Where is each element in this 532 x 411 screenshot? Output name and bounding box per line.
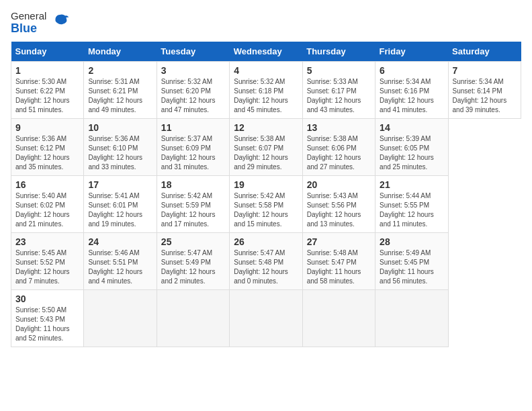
calendar-cell: 2 Sunrise: 5:31 AMSunset: 6:21 PMDayligh… [84, 62, 157, 119]
day-number: 7 [453, 65, 517, 76]
day-info: Sunrise: 5:32 AMSunset: 6:20 PMDaylight:… [161, 77, 225, 115]
calendar-cell: 18 Sunrise: 5:42 AMSunset: 5:59 PMDaylig… [157, 176, 229, 233]
day-info: Sunrise: 5:40 AMSunset: 6:02 PMDaylight:… [15, 191, 79, 229]
day-number: 20 [307, 179, 371, 190]
calendar-cell: 23 Sunrise: 5:45 AMSunset: 5:52 PMDaylig… [11, 233, 84, 290]
week-row-2: 16 Sunrise: 5:40 AMSunset: 6:02 PMDaylig… [11, 176, 521, 233]
calendar-cell: 26 Sunrise: 5:47 AMSunset: 5:48 PMDaylig… [230, 233, 302, 290]
day-info: Sunrise: 5:37 AMSunset: 6:09 PMDaylight:… [161, 134, 225, 172]
calendar-cell: 10 Sunrise: 5:36 AMSunset: 6:10 PMDaylig… [84, 119, 157, 176]
day-number: 17 [88, 179, 152, 190]
calendar-cell: 5 Sunrise: 5:33 AMSunset: 6:17 PMDayligh… [302, 62, 375, 119]
day-info: Sunrise: 5:47 AMSunset: 5:49 PMDaylight:… [161, 248, 225, 286]
calendar-cell: 28 Sunrise: 5:49 AMSunset: 5:45 PMDaylig… [375, 233, 448, 290]
day-info: Sunrise: 5:39 AMSunset: 6:05 PMDaylight:… [380, 134, 443, 172]
day-info: Sunrise: 5:42 AMSunset: 5:59 PMDaylight:… [161, 191, 225, 229]
week-row-4: 30 Sunrise: 5:50 AMSunset: 5:43 PMDaylig… [11, 290, 521, 347]
week-row-3: 23 Sunrise: 5:45 AMSunset: 5:52 PMDaylig… [11, 233, 521, 290]
day-info: Sunrise: 5:36 AMSunset: 6:10 PMDaylight:… [88, 134, 152, 172]
calendar-cell: 12 Sunrise: 5:38 AMSunset: 6:07 PMDaylig… [230, 119, 302, 176]
day-number: 19 [234, 179, 298, 190]
header-row: SundayMondayTuesdayWednesdayThursdayFrid… [11, 42, 521, 62]
calendar-cell: 25 Sunrise: 5:47 AMSunset: 5:49 PMDaylig… [157, 233, 229, 290]
day-info: Sunrise: 5:38 AMSunset: 6:07 PMDaylight:… [234, 134, 298, 172]
day-number: 3 [161, 65, 225, 76]
calendar-cell: 7 Sunrise: 5:34 AMSunset: 6:14 PMDayligh… [448, 62, 521, 119]
logo-general: General [11, 11, 46, 22]
week-row-1: 9 Sunrise: 5:36 AMSunset: 6:12 PMDayligh… [11, 119, 521, 176]
calendar-cell: 19 Sunrise: 5:42 AMSunset: 5:58 PMDaylig… [230, 176, 302, 233]
logo-blue: Blue [11, 22, 37, 36]
header-tuesday: Tuesday [157, 42, 229, 62]
day-info: Sunrise: 5:49 AMSunset: 5:45 PMDaylight:… [380, 248, 443, 286]
calendar-cell: 11 Sunrise: 5:37 AMSunset: 6:09 PMDaylig… [157, 119, 229, 176]
calendar-cell: 13 Sunrise: 5:38 AMSunset: 6:06 PMDaylig… [302, 119, 375, 176]
calendar-cell: 27 Sunrise: 5:48 AMSunset: 5:47 PMDaylig… [302, 233, 375, 290]
day-info: Sunrise: 5:43 AMSunset: 5:56 PMDaylight:… [307, 191, 371, 229]
day-info: Sunrise: 5:47 AMSunset: 5:48 PMDaylight:… [234, 248, 298, 286]
day-info: Sunrise: 5:30 AMSunset: 6:22 PMDaylight:… [15, 77, 79, 115]
header-wednesday: Wednesday [230, 42, 302, 62]
day-info: Sunrise: 5:34 AMSunset: 6:16 PMDaylight:… [380, 77, 443, 115]
day-number: 24 [88, 236, 152, 247]
day-number: 1 [15, 65, 79, 76]
calendar-cell [84, 290, 157, 347]
header-friday: Friday [375, 42, 448, 62]
day-number: 2 [88, 65, 152, 76]
logo: General Blue [11, 11, 69, 35]
calendar-cell [302, 290, 375, 347]
day-info: Sunrise: 5:36 AMSunset: 6:12 PMDaylight:… [15, 134, 79, 172]
calendar-cell: 14 Sunrise: 5:39 AMSunset: 6:05 PMDaylig… [375, 119, 448, 176]
day-number: 6 [380, 65, 443, 76]
day-info: Sunrise: 5:42 AMSunset: 5:58 PMDaylight:… [234, 191, 298, 229]
header-monday: Monday [84, 42, 157, 62]
day-number: 9 [15, 122, 79, 133]
day-number: 5 [307, 65, 371, 76]
day-info: Sunrise: 5:33 AMSunset: 6:17 PMDaylight:… [307, 77, 371, 115]
day-info: Sunrise: 5:41 AMSunset: 6:01 PMDaylight:… [88, 191, 152, 229]
calendar-cell: 17 Sunrise: 5:41 AMSunset: 6:01 PMDaylig… [84, 176, 157, 233]
calendar-cell [375, 290, 448, 347]
day-number: 28 [380, 236, 443, 247]
header-thursday: Thursday [302, 42, 375, 62]
calendar-cell [230, 290, 302, 347]
day-info: Sunrise: 5:46 AMSunset: 5:51 PMDaylight:… [88, 248, 152, 286]
calendar-cell: 20 Sunrise: 5:43 AMSunset: 5:56 PMDaylig… [302, 176, 375, 233]
day-info: Sunrise: 5:48 AMSunset: 5:47 PMDaylight:… [307, 248, 371, 286]
day-info: Sunrise: 5:38 AMSunset: 6:06 PMDaylight:… [307, 134, 371, 172]
header-sunday: Sunday [11, 42, 84, 62]
day-number: 13 [307, 122, 371, 133]
logo-bird-icon [50, 12, 69, 34]
header-saturday: Saturday [448, 42, 521, 62]
day-info: Sunrise: 5:31 AMSunset: 6:21 PMDaylight:… [88, 77, 152, 115]
day-number: 18 [161, 179, 225, 190]
calendar-cell: 16 Sunrise: 5:40 AMSunset: 6:02 PMDaylig… [11, 176, 84, 233]
day-number: 14 [380, 122, 443, 133]
day-number: 26 [234, 236, 298, 247]
day-info: Sunrise: 5:32 AMSunset: 6:18 PMDaylight:… [234, 77, 298, 115]
day-number: 27 [307, 236, 371, 247]
calendar-cell: 4 Sunrise: 5:32 AMSunset: 6:18 PMDayligh… [230, 62, 302, 119]
calendar-cell: 1 Sunrise: 5:30 AMSunset: 6:22 PMDayligh… [11, 62, 84, 119]
calendar-cell: 3 Sunrise: 5:32 AMSunset: 6:20 PMDayligh… [157, 62, 229, 119]
calendar-cell: 21 Sunrise: 5:44 AMSunset: 5:55 PMDaylig… [375, 176, 448, 233]
calendar-cell: 24 Sunrise: 5:46 AMSunset: 5:51 PMDaylig… [84, 233, 157, 290]
calendar-cell [157, 290, 229, 347]
day-info: Sunrise: 5:44 AMSunset: 5:55 PMDaylight:… [380, 191, 443, 229]
day-number: 12 [234, 122, 298, 133]
day-info: Sunrise: 5:45 AMSunset: 5:52 PMDaylight:… [15, 248, 79, 286]
day-number: 21 [380, 179, 443, 190]
calendar-cell: 6 Sunrise: 5:34 AMSunset: 6:16 PMDayligh… [375, 62, 448, 119]
day-number: 25 [161, 236, 225, 247]
day-number: 30 [15, 293, 79, 304]
calendar-cell: 30 Sunrise: 5:50 AMSunset: 5:43 PMDaylig… [11, 290, 84, 347]
week-row-0: 1 Sunrise: 5:30 AMSunset: 6:22 PMDayligh… [11, 62, 521, 119]
day-number: 4 [234, 65, 298, 76]
calendar-table: SundayMondayTuesdayWednesdayThursdayFrid… [11, 42, 521, 347]
day-number: 10 [88, 122, 152, 133]
day-number: 11 [161, 122, 225, 133]
page-header: General Blue [11, 11, 521, 35]
day-number: 16 [15, 179, 79, 190]
day-info: Sunrise: 5:50 AMSunset: 5:43 PMDaylight:… [15, 306, 79, 343]
calendar-cell: 9 Sunrise: 5:36 AMSunset: 6:12 PMDayligh… [11, 119, 84, 176]
